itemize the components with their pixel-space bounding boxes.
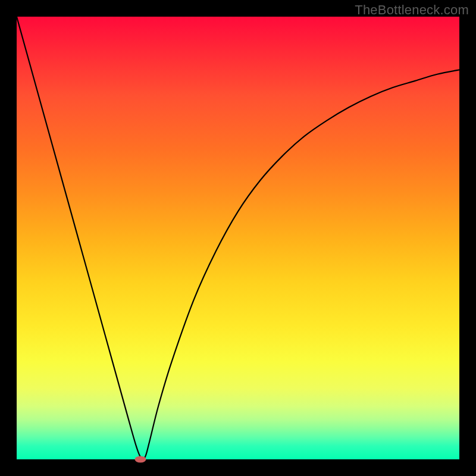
minimum-marker (135, 456, 146, 463)
bottleneck-curve (17, 17, 459, 459)
watermark-text: TheBottleneck.com (355, 2, 469, 18)
chart-area (17, 17, 459, 459)
